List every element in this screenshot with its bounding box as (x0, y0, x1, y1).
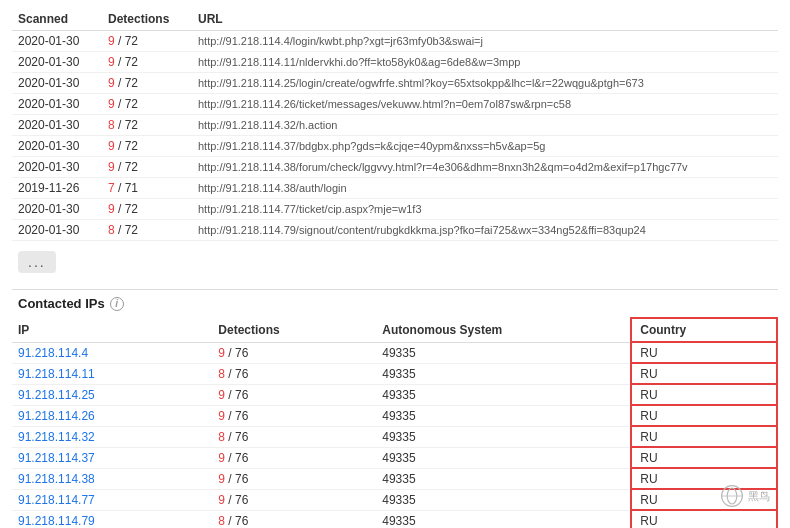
country-value: RU (631, 363, 777, 384)
url-value[interactable]: http://91.218.114.79/signout/content/rub… (192, 220, 778, 241)
ip-address[interactable]: 91.218.114.38 (12, 468, 212, 489)
ip-detection-count: 9 / 76 (212, 342, 376, 363)
table-row: 2020-01-309 / 72http://91.218.114.25/log… (12, 73, 778, 94)
ip-detection-count: 8 / 76 (212, 363, 376, 384)
autonomous-system: 49335 (376, 405, 631, 426)
url-value[interactable]: http://91.218.114.11/nldervkhi.do?ff=kto… (192, 52, 778, 73)
ip-table: IP Detections Autonomous System Country … (12, 317, 778, 528)
url-value[interactable]: http://91.218.114.26/ticket/messages/vek… (192, 94, 778, 115)
ip-detection-count: 9 / 76 (212, 468, 376, 489)
col-ip: IP (12, 318, 212, 342)
scanned-date: 2020-01-30 (12, 73, 102, 94)
autonomous-system: 49335 (376, 426, 631, 447)
scanned-date: 2020-01-30 (12, 52, 102, 73)
ip-address[interactable]: 91.218.114.11 (12, 363, 212, 384)
ip-address[interactable]: 91.218.114.26 (12, 405, 212, 426)
watermark: 黑鸟 (720, 484, 770, 508)
scanned-date: 2020-01-30 (12, 157, 102, 178)
url-value[interactable]: http://91.218.114.38/auth/login (192, 178, 778, 199)
table-row: 91.218.114.269 / 7649335RU (12, 405, 777, 426)
col-url: URL (192, 8, 778, 31)
detection-count: 8 / 72 (102, 220, 192, 241)
watermark-icon (720, 484, 744, 508)
scanned-date: 2020-01-30 (12, 220, 102, 241)
table-row: 2019-11-267 / 71http://91.218.114.38/aut… (12, 178, 778, 199)
scanned-date: 2020-01-30 (12, 31, 102, 52)
ip-detection-count: 8 / 76 (212, 510, 376, 528)
table-row: 91.218.114.49 / 7649335RU (12, 342, 777, 363)
table-row: 91.218.114.328 / 7649335RU (12, 426, 777, 447)
col-scanned: Scanned (12, 8, 102, 31)
more-button[interactable]: ... (18, 251, 56, 273)
table-row: 91.218.114.779 / 7649335RU (12, 489, 777, 510)
detection-count: 9 / 72 (102, 52, 192, 73)
scanned-date: 2020-01-30 (12, 199, 102, 220)
url-value[interactable]: http://91.218.114.38/forum/check/lggvvy.… (192, 157, 778, 178)
country-value: RU (631, 510, 777, 528)
table-row: 91.218.114.798 / 7649335RU (12, 510, 777, 528)
contacted-ips-title: Contacted IPs i (18, 296, 778, 311)
autonomous-system: 49335 (376, 468, 631, 489)
table-row: 91.218.114.118 / 7649335RU (12, 363, 777, 384)
ip-address[interactable]: 91.218.114.77 (12, 489, 212, 510)
table-row: 91.218.114.379 / 7649335RU (12, 447, 777, 468)
url-table: Scanned Detections URL 2020-01-309 / 72h… (12, 8, 778, 241)
country-value: RU (631, 405, 777, 426)
table-row: 2020-01-308 / 72http://91.218.114.79/sig… (12, 220, 778, 241)
ip-address[interactable]: 91.218.114.79 (12, 510, 212, 528)
autonomous-system: 49335 (376, 510, 631, 528)
autonomous-system: 49335 (376, 489, 631, 510)
ip-detection-count: 9 / 76 (212, 384, 376, 405)
col-detections: Detections (102, 8, 192, 31)
country-value: RU (631, 447, 777, 468)
scanned-date: 2019-11-26 (12, 178, 102, 199)
table-row: 2020-01-309 / 72http://91.218.114.26/tic… (12, 94, 778, 115)
table-row: 91.218.114.389 / 7649335RU (12, 468, 777, 489)
ip-detection-count: 9 / 76 (212, 489, 376, 510)
detection-count: 9 / 72 (102, 199, 192, 220)
ip-address[interactable]: 91.218.114.32 (12, 426, 212, 447)
table-row: 2020-01-309 / 72http://91.218.114.38/for… (12, 157, 778, 178)
ip-address[interactable]: 91.218.114.25 (12, 384, 212, 405)
autonomous-system: 49335 (376, 342, 631, 363)
table-row: 2020-01-309 / 72http://91.218.114.37/bdg… (12, 136, 778, 157)
ip-address[interactable]: 91.218.114.4 (12, 342, 212, 363)
scanned-date: 2020-01-30 (12, 94, 102, 115)
detection-count: 9 / 72 (102, 73, 192, 94)
detection-count: 9 / 72 (102, 94, 192, 115)
table-row: 2020-01-309 / 72http://91.218.114.77/tic… (12, 199, 778, 220)
autonomous-system: 49335 (376, 384, 631, 405)
ip-detection-count: 9 / 76 (212, 405, 376, 426)
url-value[interactable]: http://91.218.114.25/login/create/ogwfrf… (192, 73, 778, 94)
info-icon[interactable]: i (110, 297, 124, 311)
autonomous-system: 49335 (376, 363, 631, 384)
detection-count: 9 / 72 (102, 157, 192, 178)
col-ip-detections: Detections (212, 318, 376, 342)
scanned-date: 2020-01-30 (12, 115, 102, 136)
country-value: RU (631, 342, 777, 363)
detection-count: 8 / 72 (102, 115, 192, 136)
table-row: 2020-01-309 / 72http://91.218.114.11/nld… (12, 52, 778, 73)
url-value[interactable]: http://91.218.114.4/login/kwbt.php?xgt=j… (192, 31, 778, 52)
section-divider (12, 289, 778, 290)
url-value[interactable]: http://91.218.114.77/ticket/cip.aspx?mje… (192, 199, 778, 220)
table-row: 2020-01-309 / 72http://91.218.114.4/logi… (12, 31, 778, 52)
scanned-date: 2020-01-30 (12, 136, 102, 157)
ip-detection-count: 8 / 76 (212, 426, 376, 447)
detection-count: 9 / 72 (102, 31, 192, 52)
ip-detection-count: 9 / 76 (212, 447, 376, 468)
col-as: Autonomous System (376, 318, 631, 342)
detection-count: 7 / 71 (102, 178, 192, 199)
ip-address[interactable]: 91.218.114.37 (12, 447, 212, 468)
autonomous-system: 49335 (376, 447, 631, 468)
table-row: 2020-01-308 / 72http://91.218.114.32/h.a… (12, 115, 778, 136)
country-value: RU (631, 426, 777, 447)
table-row: 91.218.114.259 / 7649335RU (12, 384, 777, 405)
url-value[interactable]: http://91.218.114.37/bdgbx.php?gds=k&cjq… (192, 136, 778, 157)
country-value: RU (631, 384, 777, 405)
detection-count: 9 / 72 (102, 136, 192, 157)
url-value[interactable]: http://91.218.114.32/h.action (192, 115, 778, 136)
col-country: Country (631, 318, 777, 342)
